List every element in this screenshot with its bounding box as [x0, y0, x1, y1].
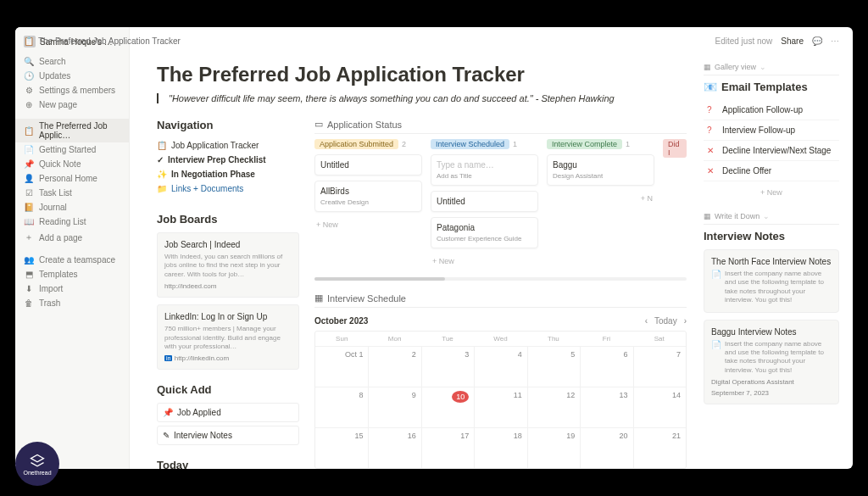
writeit-view-tab[interactable]: ▦Write it Down ⌄	[704, 212, 839, 225]
cal-next[interactable]: ›	[684, 316, 687, 326]
tpl-new[interactable]: + New	[704, 181, 839, 203]
nav-item-negotiation[interactable]: ✨In Negotiation Phase	[157, 167, 299, 181]
board-scrollbar[interactable]	[314, 277, 687, 281]
sidebar: S Samiha Hoque's … 🔍Search 🕒Updates ⚙Set…	[15, 27, 130, 469]
person-icon: 👤	[24, 174, 34, 183]
boards-title: Job Boards	[157, 213, 299, 226]
sidebar-updates[interactable]: 🕒Updates	[15, 69, 129, 83]
page-icon: 📄	[711, 340, 721, 376]
page-icon: 📄	[24, 145, 34, 154]
status-tag-did[interactable]: Did I	[663, 139, 687, 158]
linkedin-icon: in	[164, 355, 172, 361]
cal-cell[interactable]: Oct 1	[315, 346, 368, 387]
sidebar-create-teamspace[interactable]: 👥Create a teamspace	[15, 253, 129, 267]
cal-prev[interactable]: ‹	[645, 316, 648, 326]
cal-cell[interactable]: 13	[580, 387, 632, 427]
sidebar-new-page[interactable]: ⊕New page	[15, 98, 129, 112]
cal-cell[interactable]: 6	[580, 346, 632, 387]
cal-dow-cell: Sat	[633, 332, 686, 346]
cal-cell[interactable]: 19	[527, 427, 580, 468]
cal-cell[interactable]: 12	[527, 387, 580, 427]
comment-icon[interactable]: 💬	[812, 36, 822, 46]
sidebar-import[interactable]: ⬇Import	[15, 281, 129, 296]
card-new-input[interactable]: Type a name… Add as Title	[431, 154, 538, 186]
sidebar-search[interactable]: 🔍Search	[15, 54, 129, 69]
tpl-interview-followup[interactable]: ?Interview Follow-up	[704, 120, 839, 141]
status-tag-complete[interactable]: Interview Complete	[547, 139, 622, 149]
cal-cell[interactable]: 17	[421, 427, 474, 468]
cal-cell[interactable]: 21	[633, 427, 686, 468]
status-col-submitted: Application Submitted2 Untitled AllBirds…	[314, 139, 422, 269]
cal-cell[interactable]: 10	[421, 387, 474, 427]
status-tag-scheduled[interactable]: Interview Scheduled	[431, 139, 509, 149]
cal-cell[interactable]: 7	[633, 346, 686, 387]
cal-cell[interactable]: 4	[474, 346, 526, 387]
scroll-thumb[interactable]	[314, 277, 445, 281]
sidebar-page-task-list[interactable]: ☑Task List	[15, 186, 129, 200]
sidebar-add-page[interactable]: ＋Add a page	[15, 229, 129, 246]
cal-today[interactable]: Today	[654, 316, 677, 326]
cal-cell[interactable]: 3	[421, 346, 474, 387]
sidebar-page-journal[interactable]: 📔Journal	[15, 200, 129, 215]
trash-icon: 🗑	[24, 298, 34, 308]
quickadd-interview-notes[interactable]: ✎Interview Notes	[157, 426, 299, 445]
card-allbirds[interactable]: AllBirdsCreative Design	[314, 181, 422, 212]
cal-cell[interactable]: 9	[368, 387, 420, 427]
nav-title: Navigation	[157, 119, 299, 131]
sidebar-trash[interactable]: 🗑Trash	[15, 296, 129, 310]
pin-icon: 📌	[163, 408, 173, 417]
sidebar-page-tracker[interactable]: 📋The Preferred Job Applic…	[15, 119, 129, 142]
new-card-submitted[interactable]: + New	[314, 217, 422, 232]
new-card-scheduled[interactable]: + New	[431, 254, 538, 269]
new-card-complete[interactable]: + N	[547, 191, 654, 206]
note-baggu[interactable]: Baggu Interview Notes 📄Insert the compan…	[704, 320, 839, 405]
cal-cell[interactable]: 8	[315, 387, 368, 427]
cal-cell[interactable]: 16	[368, 427, 420, 468]
cal-cell[interactable]: 11	[474, 387, 526, 427]
cal-cell[interactable]: 20	[580, 427, 632, 468]
folder-icon: 📁	[157, 184, 167, 193]
sidebar-page-personal-home[interactable]: 👤Personal Home	[15, 171, 129, 186]
x-icon: ✕	[707, 146, 717, 155]
job-board-indeed[interactable]: Job Search | Indeed With Indeed, you can…	[157, 232, 299, 298]
job-board-linkedin[interactable]: LinkedIn: Log In or Sign Up 750 million+…	[157, 304, 299, 370]
share-button[interactable]: Share	[781, 36, 804, 46]
star-icon[interactable]: ⋯	[831, 36, 839, 46]
gallery-view-tab[interactable]: ▦Gallery view ⌄	[704, 63, 839, 75]
schedule-header[interactable]: ▦ Interview Schedule	[314, 293, 687, 308]
card-baggu[interactable]: BagguDesign Assistant	[547, 154, 654, 186]
breadcrumb[interactable]: 📋 The Preferred Job Application Tracker	[130, 36, 181, 46]
note-northface[interactable]: The North Face Interview Notes 📄Insert t…	[704, 249, 839, 313]
cal-cell[interactable]: 15	[315, 427, 368, 468]
cal-dow-cell: Fri	[580, 332, 632, 346]
status-tag-submitted[interactable]: Application Submitted	[314, 139, 398, 149]
nav-item-checklist[interactable]: ✓Interview Prep Checklist	[157, 153, 299, 167]
card-patagonia[interactable]: PatagoniaCustomer Experience Guide	[431, 217, 538, 248]
quickadd-title: Quick Add	[157, 383, 299, 396]
question-icon: ?	[707, 125, 717, 135]
cal-cell[interactable]: 18	[474, 427, 526, 468]
name-input[interactable]: Type a name…	[437, 160, 532, 170]
sidebar-page-getting-started[interactable]: 📄Getting Started	[15, 142, 129, 157]
tpl-app-followup[interactable]: ?Application Follow-up	[704, 100, 839, 120]
sidebar-page-reading-list[interactable]: 📖Reading List	[15, 215, 129, 229]
sidebar-templates[interactable]: ⬒Templates	[15, 267, 129, 281]
cal-dow-cell: Tue	[421, 332, 474, 346]
sidebar-page-quick-note[interactable]: 📌Quick Note	[15, 157, 129, 171]
cal-cell[interactable]: 5	[527, 346, 580, 387]
sidebar-settings[interactable]: ⚙Settings & members	[15, 83, 129, 98]
page-title[interactable]: The Preferred Job Application Tracker	[157, 63, 687, 86]
tpl-decline-interview[interactable]: ✕Decline Interview/Next Stage	[704, 141, 839, 161]
card-untitled-2[interactable]: Untitled	[431, 191, 538, 212]
quote-block[interactable]: "However difficult life may seem, there …	[157, 93, 632, 103]
status-col-scheduled: Interview Scheduled1 Type a name… Add as…	[431, 139, 538, 269]
tpl-decline-offer[interactable]: ✕Decline Offer	[704, 161, 839, 181]
status-col-complete: Interview Complete1 BagguDesign Assistan…	[547, 139, 654, 269]
quickadd-job-applied[interactable]: 📌Job Applied	[157, 403, 299, 422]
card-untitled-1[interactable]: Untitled	[314, 154, 422, 176]
appstatus-header[interactable]: ▭ Application Status	[314, 119, 687, 134]
cal-cell[interactable]: 2	[368, 346, 420, 387]
nav-item-links[interactable]: 📁Links + Documents	[157, 181, 299, 196]
nav-item-tracker[interactable]: 📋Job Application Tracker	[157, 138, 299, 153]
cal-cell[interactable]: 14	[633, 387, 686, 427]
